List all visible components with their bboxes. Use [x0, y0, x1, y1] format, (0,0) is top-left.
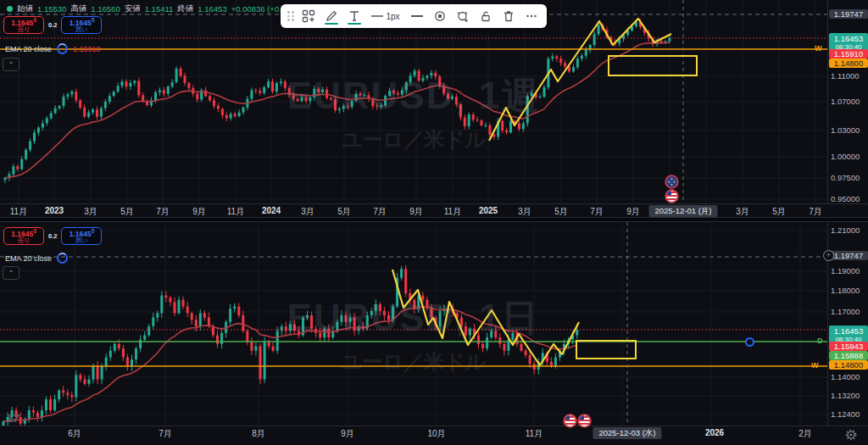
sell-label: 売り	[17, 237, 30, 244]
zigzag-drawing[interactable]	[489, 19, 671, 141]
sell-button[interactable]: 1.16453 売り	[3, 16, 44, 34]
circle-plus-icon[interactable]: +	[823, 250, 834, 261]
ema-price-badge: 1.15910	[829, 49, 868, 58]
date-axis-label: 2025-12-03 (水)	[593, 427, 661, 439]
chart-pane-weekly: EURUSD, 1週 ユーロ／米ドル 始値1.15530 高値1.16560 安…	[0, 0, 868, 217]
line-width-label: 1px	[386, 12, 399, 21]
weekly-line-tag: W	[811, 361, 819, 370]
buy-button[interactable]: 1.16455 買い	[61, 227, 102, 245]
price-tick-label: 1.18000	[831, 286, 860, 295]
time-tick-label: 3月	[301, 206, 314, 218]
daily-chart-canvas[interactable]	[0, 222, 827, 426]
time-tick-label: 11月	[526, 428, 542, 440]
time-tick-label: 7月	[373, 206, 387, 218]
time-tick-label: 8月	[252, 428, 265, 440]
collapse-legend-button[interactable]: ⌃	[3, 58, 19, 71]
rectangle-drawing[interactable]	[609, 56, 697, 75]
time-tick-label: 9月	[409, 206, 423, 218]
gear-icon[interactable]	[845, 429, 857, 444]
ema-price-badge: 1.15943	[829, 342, 868, 351]
time-tick-label: 2025	[479, 206, 498, 215]
close-value: 1.16453	[198, 4, 226, 14]
price-tick-label: 1.14000	[831, 372, 860, 381]
price-tick-label: 1.03000	[831, 125, 860, 135]
indicator-legend[interactable]: EMA 20 close	[5, 253, 68, 264]
candles-series	[3, 265, 579, 426]
time-axis-weekly[interactable]: 2025-12-01 (月) 11月20233月5月7月9月11月20243月5…	[0, 203, 868, 217]
price-tick-label: 1.13200	[831, 391, 860, 400]
grid	[0, 0, 827, 203]
text-tool-icon[interactable]	[344, 6, 364, 26]
market-status-icon	[7, 6, 13, 12]
loading-spinner-icon	[57, 43, 68, 54]
close-label: 終値	[177, 3, 193, 14]
buy-label: 買い	[75, 26, 88, 33]
indicator-name: EMA 20 close	[5, 45, 52, 53]
time-tick-label: 11月	[10, 206, 27, 218]
price-tick-label: 0.95000	[831, 194, 860, 203]
low-label: 安値	[125, 3, 141, 14]
line-style-icon[interactable]	[407, 6, 427, 26]
indicator-name: EMA 20 close	[5, 254, 52, 263]
add-template-icon[interactable]	[298, 6, 319, 26]
us-flag-icon[interactable]	[563, 414, 577, 428]
weekly-line-badge: 1.14800	[829, 360, 868, 370]
spread-value: 0.2	[48, 232, 57, 240]
spread-value: 0.2	[48, 21, 57, 29]
time-tick-label: 2024	[262, 206, 281, 215]
zigzag-drawing[interactable]	[392, 270, 579, 365]
trading-app: EURUSD, 1週 ユーロ／米ドル 始値1.15530 高値1.16560 安…	[0, 0, 868, 445]
time-tick-label: 3月	[84, 206, 97, 218]
price-tick-label: 1.21000	[831, 225, 860, 235]
indicator-legend[interactable]: EMA 20 close 1.15910	[5, 43, 101, 54]
time-tick-label: 7月	[809, 206, 822, 218]
time-axis-daily[interactable]: 2025-12-03 (水) 6月7月8月9月10月11月20262月	[0, 426, 868, 445]
line-width-selector[interactable]: 1px	[367, 6, 404, 26]
line-anchor-handle[interactable]	[745, 337, 754, 347]
date-axis-label: 2025-12-01 (月)	[648, 205, 717, 217]
toolbar-drag-handle[interactable]	[286, 6, 296, 26]
time-tick-label: 5月	[772, 206, 786, 218]
time-tick-label: 3月	[518, 206, 531, 218]
trash-icon[interactable]	[498, 6, 519, 26]
sell-button[interactable]: 1.16453 売り	[3, 227, 44, 245]
low-value: 1.15411	[145, 4, 174, 14]
us-flag-icon[interactable]	[665, 189, 679, 203]
drawing-toolbar: 1px	[281, 4, 547, 28]
weekly-line-badge: 1.14800	[829, 58, 868, 68]
weekly-line-tag: W	[815, 44, 822, 53]
pencil-icon[interactable]	[321, 6, 342, 26]
time-tick-label: 10月	[427, 428, 445, 440]
green-line-badge: 1.15888	[829, 351, 868, 360]
price-axis-daily[interactable]: + 1.19747 1.16453 08:30:40 1.15943 1.158…	[827, 222, 868, 426]
price-tick-label: 1.07000	[831, 97, 860, 106]
grid	[0, 222, 827, 426]
lock-icon[interactable]	[476, 6, 496, 26]
level-price-badge: 1.19747	[829, 9, 868, 19]
weekly-chart-canvas[interactable]	[0, 0, 827, 203]
time-tick-label: 7月	[159, 428, 172, 440]
rectangle-drawing[interactable]	[576, 341, 636, 359]
trade-buttons: 1.16453 売り 0.2 1.16455 買い	[3, 16, 102, 34]
settings-icon[interactable]	[430, 6, 450, 26]
ohlc-legend: 始値1.15530 高値1.16560 安値1.15411 終値1.16453 …	[7, 3, 300, 14]
collapse-legend-button[interactable]: ⌃	[3, 266, 19, 280]
high-value: 1.16560	[91, 4, 120, 14]
time-tick-label: 5月	[554, 206, 568, 218]
time-tick-label: 11月	[444, 206, 461, 218]
sell-label: 売り	[17, 26, 30, 33]
us-flag-icon[interactable]	[577, 414, 592, 428]
indicator-value: 1.15910	[73, 45, 101, 53]
level-price-badge: 1.19747	[829, 251, 868, 260]
price-axis-weekly[interactable]: 1.19747 1.16453 08:30:40 1.15910 1.14800…	[827, 0, 868, 203]
time-tick-label: 5月	[337, 206, 351, 218]
add-alert-icon[interactable]	[453, 6, 473, 26]
price-tick-label: 1.19000	[831, 266, 860, 275]
time-tick-label: 9月	[192, 206, 206, 218]
time-tick-label: 7月	[590, 206, 604, 218]
time-tick-label: 3月	[736, 206, 749, 218]
buy-button[interactable]: 1.16455 買い	[61, 16, 102, 34]
eu-flag-icon[interactable]	[665, 175, 679, 189]
tradingview-logo[interactable]: 17	[7, 412, 19, 425]
more-options-icon[interactable]	[521, 6, 542, 26]
